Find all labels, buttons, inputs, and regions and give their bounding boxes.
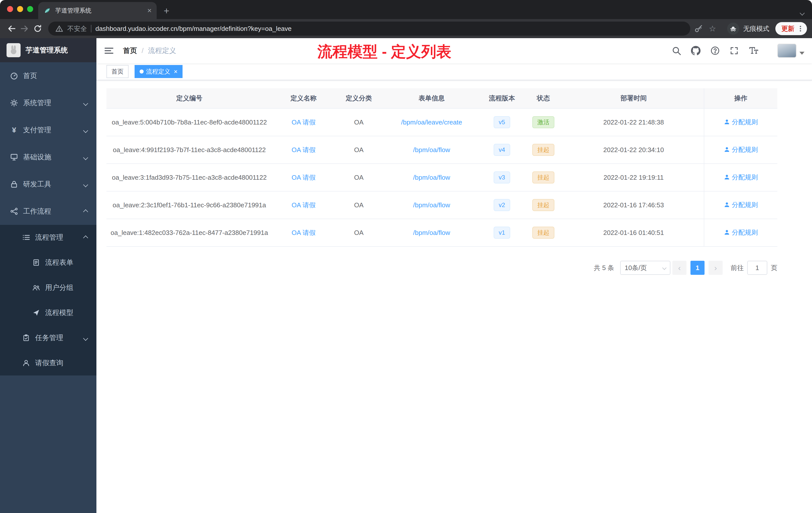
status-badge: 挂起: [532, 172, 554, 183]
page-content: 定义编号 定义名称 定义分类 表单信息 流程版本 状态 部署时间 操作 oa_l…: [96, 80, 812, 513]
chevron-down-icon: [84, 99, 87, 107]
form-link[interactable]: /bpm/oa/flow: [413, 229, 450, 236]
sidebar-item-home[interactable]: 首页: [0, 62, 96, 89]
tag-close-icon[interactable]: ×: [174, 68, 177, 75]
sidebar-item-process-mgmt[interactable]: 流程管理: [0, 225, 96, 250]
form-link[interactable]: /bpm/oa/flow: [413, 146, 450, 154]
definition-name-link[interactable]: OA 请假: [291, 229, 315, 236]
sidebar-item-label: 请假查询: [35, 358, 63, 368]
form-link[interactable]: /bpm/oa/leave/create: [401, 118, 462, 126]
sidebar-logo[interactable]: 芋道管理系统: [0, 38, 96, 62]
assign-rule-link[interactable]: 分配规则: [724, 145, 758, 154]
forward-icon[interactable]: [18, 22, 31, 35]
status-badge: 挂起: [532, 227, 554, 239]
goto-page-input[interactable]: [747, 261, 767, 275]
table-row: oa_leave:1:482ec033-762a-11ec-8477-a2380…: [107, 219, 777, 246]
tab-search-icon[interactable]: [801, 7, 804, 17]
search-icon[interactable]: [672, 46, 681, 55]
form-link[interactable]: /bpm/oa/flow: [413, 174, 450, 181]
new-tab-button[interactable]: +: [164, 6, 169, 16]
browser-update-button[interactable]: 更新: [775, 22, 807, 35]
sidebar-item-payment[interactable]: ¥ 支付管理: [0, 117, 96, 144]
tag-label: 首页: [112, 67, 123, 76]
workflow-icon: [10, 207, 18, 215]
security-chip[interactable]: 不安全: [67, 24, 87, 33]
goto-label: 前往: [731, 264, 744, 272]
sidebar: 芋道管理系统 首页 系统管理 ¥ 支付管理 基础设施: [0, 38, 96, 513]
assign-rule-link[interactable]: 分配规则: [724, 118, 758, 126]
url-text[interactable]: dashboard.yudao.iocoder.cn/bpm/manager/d…: [95, 25, 683, 33]
sidebar-item-workflow[interactable]: 工作流程: [0, 198, 96, 225]
pagination-total: 共 5 条: [594, 264, 614, 272]
logo-image: [6, 43, 21, 57]
pagination: 共 5 条 10条/页 ‹ 1 › 前往 页: [107, 261, 777, 275]
kebab-menu-icon[interactable]: [797, 25, 804, 33]
cell-definition-id: oa_leave:2:3c1f0ef1-76b1-11ec-9c66-a2380…: [107, 191, 272, 219]
github-icon[interactable]: [691, 46, 700, 56]
sidebar-item-devtools[interactable]: 研发工具: [0, 171, 96, 198]
cell-deploy-time: 2022-01-16 17:46:53: [563, 191, 704, 219]
tab-close-icon[interactable]: ×: [147, 7, 152, 14]
window-minimize-button[interactable]: [17, 6, 23, 12]
tag-home[interactable]: 首页: [107, 65, 128, 78]
hamburger-icon[interactable]: [104, 46, 114, 56]
definition-table: 定义编号 定义名称 定义分类 表单信息 流程版本 状态 部署时间 操作 oa_l…: [107, 88, 777, 247]
password-key-icon[interactable]: [694, 24, 703, 33]
address-bar[interactable]: 不安全 dashboard.yudao.iocoder.cn/bpm/manag…: [48, 22, 690, 36]
next-page-button[interactable]: ›: [708, 261, 723, 275]
bookmark-star-icon[interactable]: ☆: [709, 25, 716, 33]
col-definition-id: 定义编号: [107, 88, 272, 109]
chevron-down-icon: [84, 126, 87, 134]
page-number-button[interactable]: 1: [691, 261, 704, 275]
sidebar-item-user-group[interactable]: 用户分组: [0, 275, 96, 300]
assign-rule-link[interactable]: 分配规则: [724, 228, 758, 237]
dashboard-icon: [10, 72, 18, 80]
table-row: oa_leave:4:991f2193-7b7f-11ec-a3c8-acde4…: [107, 136, 777, 163]
font-size-icon[interactable]: [749, 46, 758, 56]
table-row: oa_leave:3:1fad3d93-7b75-11ec-a3c8-acde4…: [107, 163, 777, 191]
definition-name-link[interactable]: OA 请假: [291, 201, 315, 209]
sidebar-item-process-model[interactable]: 流程模型: [0, 300, 96, 325]
help-icon[interactable]: [710, 46, 720, 55]
table-row: oa_leave:2:3c1f0ef1-76b1-11ec-9c66-a2380…: [107, 191, 777, 219]
breadcrumb-separator: /: [142, 47, 144, 55]
user-avatar[interactable]: [777, 44, 805, 58]
main-area: 首页 / 流程定义 流程模型 - 定义列表: [96, 38, 812, 513]
assign-rule-link[interactable]: 分配规则: [724, 201, 758, 209]
form-link[interactable]: /bpm/oa/flow: [413, 201, 450, 209]
definition-name-link[interactable]: OA 请假: [291, 174, 315, 181]
page-size-select[interactable]: 10条/页: [620, 261, 670, 275]
window-zoom-button[interactable]: [27, 6, 33, 12]
assign-rule-link[interactable]: 分配规则: [724, 173, 758, 182]
breadcrumb-home[interactable]: 首页: [123, 46, 137, 56]
browser-tab[interactable]: 芋道管理系统 ×: [38, 2, 157, 19]
assign-rule-label: 分配规则: [732, 228, 758, 237]
send-icon: [32, 309, 40, 317]
cell-definition-id: oa_leave:1:482ec033-762a-11ec-8477-a2380…: [107, 219, 272, 246]
sidebar-item-label: 流程模型: [45, 308, 73, 318]
person-icon: [22, 359, 30, 367]
definition-name-link[interactable]: OA 请假: [291, 146, 315, 154]
assign-rule-label: 分配规则: [732, 118, 758, 126]
sidebar-item-system[interactable]: 系统管理: [0, 89, 96, 117]
infra-icon: [10, 153, 18, 161]
window-close-button[interactable]: [7, 6, 13, 12]
reload-icon[interactable]: [31, 22, 44, 35]
sidebar-item-leave-query[interactable]: 请假查询: [0, 350, 96, 375]
sidebar-item-process-form[interactable]: 流程表单: [0, 250, 96, 275]
col-operations: 操作: [704, 88, 777, 109]
sidebar-item-infra[interactable]: 基础设施: [0, 144, 96, 171]
goto-page: 前往 页: [731, 261, 777, 275]
definition-name-link[interactable]: OA 请假: [291, 118, 315, 126]
breadcrumb-current: 流程定义: [148, 46, 176, 56]
fullscreen-icon[interactable]: [730, 46, 739, 55]
back-icon[interactable]: [5, 22, 18, 35]
prev-page-button[interactable]: ‹: [672, 261, 687, 275]
version-tag: v3: [494, 172, 510, 183]
sidebar-item-label: 用户分组: [45, 283, 73, 292]
status-badge: 激活: [532, 116, 554, 128]
tag-process-definition[interactable]: 流程定义 ×: [135, 65, 182, 78]
sidebar-item-task-mgmt[interactable]: 任务管理: [0, 325, 96, 350]
cell-category: OA: [335, 163, 383, 191]
chevron-down-icon: [84, 153, 87, 161]
